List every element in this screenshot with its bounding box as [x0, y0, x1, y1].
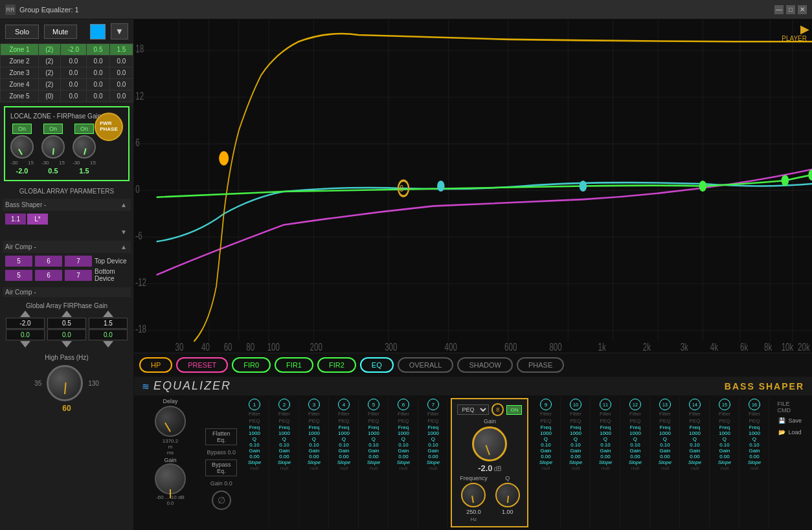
bass-shaper-item-num[interactable]: 1.1: [5, 214, 26, 225]
fir-gain-col3-down[interactable]: [103, 341, 113, 348]
air-comp-bottom-item-5[interactable]: 5: [5, 270, 32, 281]
bass-shaper-scroll-down[interactable]: ▼: [119, 227, 128, 237]
knob1-on-button[interactable]: On: [12, 124, 32, 134]
eq-filter-button[interactable]: EQ: [360, 357, 394, 373]
air-comp-bottom-item-7[interactable]: 7: [65, 270, 92, 281]
ch1-gain-val[interactable]: 0.00: [249, 454, 260, 459]
left-channels-group: 1 Filter PEQ Freq 1000 Q 0.10 Gain 0.00 …: [240, 398, 448, 527]
gain-value-display: Gain 0.0: [205, 480, 238, 487]
fir1-filter-button[interactable]: FIR1: [275, 357, 313, 373]
channel-12-num[interactable]: 12: [629, 399, 641, 410]
channel-on-button[interactable]: ON: [506, 405, 522, 415]
channel-11-num[interactable]: 11: [600, 399, 611, 410]
gain-knob-delay[interactable]: [155, 463, 186, 494]
fir2-filter-button[interactable]: FIR2: [317, 357, 356, 373]
fir-gain-col2-up[interactable]: [62, 311, 72, 317]
channel-3-num[interactable]: 3: [308, 399, 320, 410]
flatten-eq-button[interactable]: Flatten Eq.: [205, 428, 238, 445]
hp-scale-min: 35: [34, 380, 41, 387]
delay-unit: m: [168, 444, 173, 450]
mute-button[interactable]: Mute: [44, 25, 76, 39]
air-comp-bottom-header[interactable]: Air Comp -: [3, 287, 131, 297]
fir-gain-col2-down[interactable]: [62, 341, 72, 348]
channel-16-num[interactable]: 16: [749, 399, 760, 410]
play-arrow-icon[interactable]: ▶: [800, 22, 809, 36]
freq-knob-ch8[interactable]: [461, 483, 486, 507]
channel-2-num[interactable]: 2: [278, 399, 290, 410]
knob1-value: -2.0: [16, 167, 28, 175]
eq-graph-svg: 18 12 6 0 -6 -12 -18: [134, 19, 812, 353]
zone-row-5[interactable]: Zone 5 (0) 0.0 0.0 0.0: [1, 91, 133, 102]
svg-text:12: 12: [135, 89, 144, 102]
air-comp-bottom-item-6[interactable]: 6: [35, 270, 62, 281]
channel-9-num[interactable]: 9: [540, 399, 552, 410]
air-comp-bottom-label: Air Comp -: [5, 289, 128, 296]
channel-10-num[interactable]: 10: [570, 399, 581, 410]
knob3-on-button[interactable]: On: [74, 124, 94, 134]
air-comp-top-expand[interactable]: ▲: [119, 242, 128, 252]
flatten-bypass-section: Flatten Eq. Bypass 0.0 Bypass Eq. Gain 0…: [205, 398, 238, 527]
fir-gain-col1-up[interactable]: [20, 311, 30, 317]
top-controls: Solo Mute ▼: [0, 19, 133, 43]
fir-gain-col3-up[interactable]: [103, 311, 113, 317]
knob2-on-button[interactable]: On: [43, 124, 63, 134]
solo-button[interactable]: Solo: [5, 25, 39, 39]
channel-15-num[interactable]: 15: [719, 399, 730, 410]
channel-4-num[interactable]: 4: [338, 399, 350, 410]
close-button[interactable]: ✕: [798, 5, 807, 14]
fir0-filter-button[interactable]: FIR0: [232, 357, 271, 373]
channel-6-num[interactable]: 6: [398, 399, 409, 410]
zone-row-3[interactable]: Zone 3 (2) 0.0 0.0 0.0: [1, 67, 133, 79]
bass-shaper-header[interactable]: Bass Shaper - ▲: [3, 199, 131, 211]
high-pass-knob[interactable]: [47, 365, 83, 401]
shadow-filter-button[interactable]: SHADOW: [457, 357, 513, 373]
bass-shaper-item-label[interactable]: L*: [27, 214, 48, 225]
channel-13-col: 13 Filter PEQ Freq 1000 Q 0.10 Gain 0.00…: [650, 398, 680, 527]
delay-knob[interactable]: [155, 406, 186, 437]
hp-value: 60: [3, 404, 131, 413]
air-comp-top-header[interactable]: Air Comp - ▲: [3, 241, 131, 253]
svg-text:0: 0: [135, 183, 139, 195]
channel-14-num[interactable]: 14: [689, 399, 701, 410]
minimize-button[interactable]: —: [774, 5, 784, 14]
dropdown-arrow[interactable]: ▼: [111, 23, 128, 39]
fir-gain-col2: 0.5 0.0: [47, 311, 86, 348]
color-swatch[interactable]: [90, 24, 106, 39]
freq-label-ch8: Frequency: [460, 475, 488, 481]
air-comp-top-item-7[interactable]: 7: [65, 256, 92, 267]
air-comp-top-item-6[interactable]: 6: [35, 256, 62, 267]
svg-point-33: [580, 181, 587, 192]
ch1-q-val[interactable]: 0.10: [249, 442, 260, 448]
save-button[interactable]: 💾 Save: [777, 416, 803, 425]
channel-1-num[interactable]: 1: [249, 399, 260, 410]
channel-13-num[interactable]: 13: [659, 399, 671, 410]
high-pass-section: High Pass (Hz) 35 130 60: [3, 353, 131, 413]
bass-shaper-expand[interactable]: ▲: [119, 200, 128, 210]
channel-7-num[interactable]: 7: [427, 399, 439, 410]
fir-gain-col1-down[interactable]: [20, 341, 30, 348]
knob-3[interactable]: [73, 135, 96, 159]
channel-type-select[interactable]: PEQ: [457, 404, 489, 415]
freq-col: Frequency 250.0 Hz: [460, 475, 488, 522]
preset-filter-button[interactable]: PRESET: [176, 357, 228, 373]
phase-button[interactable]: ∅: [212, 491, 231, 510]
maximize-button[interactable]: □: [786, 5, 795, 14]
knob-1[interactable]: [10, 135, 34, 159]
zone-row-1[interactable]: Zone 1 (2) -2.0 0.5 1.5: [1, 44, 133, 56]
ch1-slope-val: null: [251, 465, 258, 471]
selected-ch-num: 8: [491, 403, 504, 416]
overall-filter-button[interactable]: OVERALL: [398, 357, 454, 373]
hp-filter-button[interactable]: HP: [139, 357, 172, 373]
bypass-eq-button[interactable]: Bypass Eq.: [205, 459, 238, 476]
air-comp-top-item-5[interactable]: 5: [5, 256, 32, 267]
channel-gain-knob[interactable]: [472, 426, 507, 461]
ch1-freq-val[interactable]: 1000: [249, 430, 260, 436]
zone-row-2[interactable]: Zone 2 (2) 0.0 0.0 0.0: [1, 56, 133, 67]
phase-filter-button[interactable]: PHASE: [517, 357, 564, 373]
channel-3-col: 3 Filter PEQ Freq 1000 Q 0.10 Gain 0.00 …: [299, 398, 329, 527]
load-button[interactable]: 📂 Load: [777, 428, 803, 437]
channel-5-num[interactable]: 5: [368, 399, 379, 410]
zone-row-4[interactable]: Zone 4 (2) 0.0 0.0 0.0: [1, 79, 133, 91]
q-knob-ch8[interactable]: [495, 483, 520, 507]
knob-2[interactable]: [41, 135, 65, 159]
